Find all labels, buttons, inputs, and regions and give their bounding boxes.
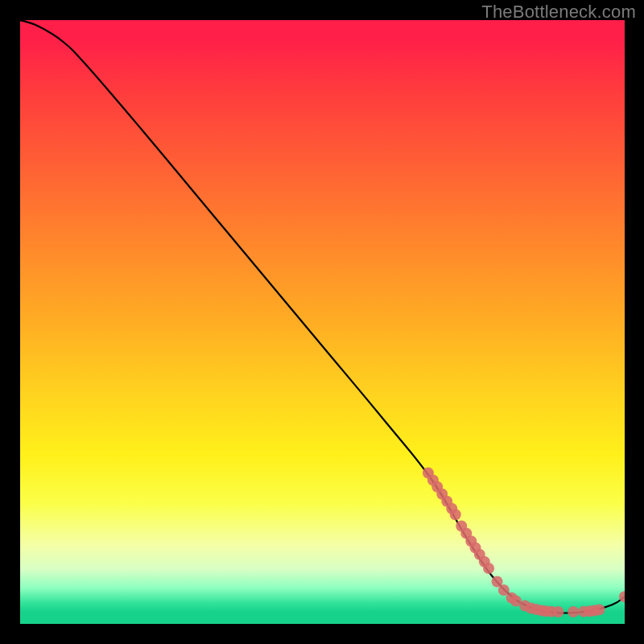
watermark-text: TheBottleneck.com	[481, 2, 636, 23]
chart-stage: TheBottleneck.com	[0, 0, 644, 644]
plot-background-gradient	[20, 20, 625, 624]
